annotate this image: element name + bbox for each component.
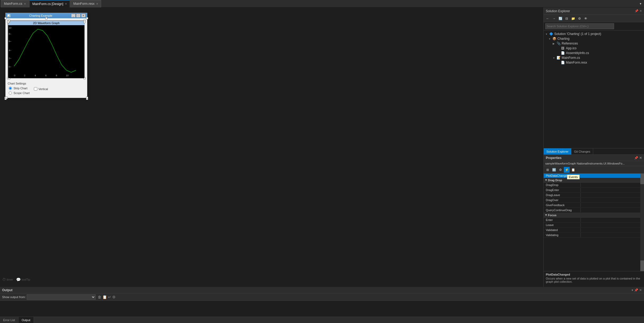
prop-leave[interactable]: Leave: [544, 223, 644, 228]
prop-validated[interactable]: Validated: [544, 228, 644, 233]
form-maximize-button[interactable]: □: [76, 14, 80, 17]
prop-dragover[interactable]: DragOver: [544, 198, 644, 203]
tab-error-list[interactable]: Error List: [0, 317, 19, 323]
se-show-all-files-button[interactable]: 📁: [570, 16, 576, 21]
tab-mainform-resx-close[interactable]: ✕: [96, 2, 98, 5]
tab-mainform-cs-design-close[interactable]: ✕: [65, 2, 67, 5]
tree-references[interactable]: ▶ 📎 References: [544, 41, 644, 46]
se-properties-button[interactable]: ⚙: [577, 16, 582, 21]
designer-area: 📊 Charting Example _ □ ✕: [0, 7, 543, 287]
prop-givefeedback[interactable]: GiveFeedback: [544, 203, 644, 208]
tab-dropdown-arrow[interactable]: ▾: [638, 2, 643, 6]
tab-mainform-cs-close[interactable]: ✕: [24, 2, 26, 5]
resize-handle-tr[interactable]: [86, 17, 88, 19]
tab-mainform-resx[interactable]: MainForm.resx ✕: [70, 0, 101, 7]
output-settings-button[interactable]: ⚙: [112, 295, 116, 299]
resize-handle-tl[interactable]: [4, 17, 7, 19]
chart-resize-mr[interactable]: [83, 21, 85, 23]
se-forward-button[interactable]: →: [551, 16, 557, 21]
se-tab-solution-explorer[interactable]: Solution Explorer: [544, 148, 571, 154]
props-scrollbar-thumb-bottom[interactable]: [640, 260, 644, 271]
output-close-icon[interactable]: ✕: [639, 288, 642, 292]
props-pages-button[interactable]: 📋: [570, 167, 576, 173]
properties-list: PlotDataChanged ▾ Drag Drop DragDrop Dra…: [544, 174, 644, 271]
timer-component[interactable]: ⏱ timer: [2, 277, 13, 282]
resize-handle-tm[interactable]: [45, 17, 47, 19]
se-refresh-button[interactable]: 🔄: [557, 16, 563, 21]
strip-chart-label: Strip Chart: [13, 87, 28, 90]
prop-querycontinuedrag[interactable]: QueryContinueDrag: [544, 208, 644, 213]
prop-validated-value: [581, 229, 644, 231]
form-window: 📊 Charting Example _ □ ✕: [5, 13, 87, 98]
prop-enter[interactable]: Enter: [544, 218, 644, 223]
props-properties-button[interactable]: ⚙: [557, 167, 563, 173]
references-icon: 📎: [556, 42, 561, 45]
prop-dragleave[interactable]: DragLeave: [544, 193, 644, 198]
tree-project[interactable]: ▾ 📦 Charting: [544, 36, 644, 41]
se-preview-button[interactable]: 👁: [583, 16, 589, 21]
prop-dragenter-name: DragEnter: [544, 188, 581, 192]
tree-mainform-cs[interactable]: ▾ 📝 MainForm.cs: [544, 55, 644, 60]
se-pin-icon[interactable]: 📌: [635, 9, 638, 13]
form-minimize-button[interactable]: _: [71, 14, 75, 17]
tab-bar: MainForm.cs ✕ MainForm.cs [Design] ✕ Mai…: [0, 0, 644, 7]
tab-mainform-cs-design[interactable]: MainForm.cs [Design] ✕: [29, 0, 70, 7]
prop-validating[interactable]: Validating: [544, 233, 644, 238]
se-back-button[interactable]: ←: [545, 16, 551, 21]
props-scrollbar-track: [640, 174, 644, 271]
tab-mainform-cs[interactable]: MainForm.cs ✕: [1, 0, 29, 7]
mainformresx-icon: 📄: [561, 61, 565, 64]
tree-mainform-cs-expand: ▾: [552, 56, 555, 59]
output-title: Output: [2, 288, 12, 292]
se-close-icon[interactable]: ✕: [640, 9, 642, 13]
form-resize-bm[interactable]: [6, 97, 8, 99]
events-tooltip: Events: [567, 175, 580, 179]
scope-chart-radio[interactable]: [9, 91, 12, 95]
chart-title-text: 2D Waveform Graph: [33, 21, 60, 25]
props-close-icon[interactable]: ✕: [639, 156, 642, 160]
prop-dragdrop[interactable]: DragDrop: [544, 183, 644, 188]
focus-group-header[interactable]: ▾ Focus: [544, 213, 644, 218]
se-collapse-button[interactable]: ⊟: [564, 16, 570, 21]
tooltip-component[interactable]: 💬 toolTip: [16, 277, 30, 282]
strip-chart-radio[interactable]: [9, 87, 12, 90]
drag-drop-group-header[interactable]: ▾ Drag Drop: [544, 178, 644, 183]
tree-solution[interactable]: ▾ 🔷 Solution 'Charting' (1 of 1 project): [544, 32, 644, 36]
properties-selected-item-label: PlotDataChanged: [546, 174, 569, 177]
form-close-button[interactable]: ✕: [81, 14, 85, 17]
word-wrap-button[interactable]: ↵: [108, 295, 111, 299]
output-section: Output ▾ 📌 ✕ Show output from: 🗑 📋 ↵ ⚙: [0, 287, 644, 317]
appico-icon: 🖼: [561, 46, 565, 50]
props-scrollbar-thumb-top[interactable]: [640, 174, 644, 184]
tree-appico[interactable]: 🖼 App.ico: [544, 46, 644, 51]
props-events-button[interactable]: ⚡: [564, 167, 570, 173]
clear-output-button[interactable]: 🗑: [98, 295, 101, 299]
output-collapse-icon[interactable]: ▾: [632, 288, 633, 292]
properties-selected-item[interactable]: PlotDataChanged: [544, 174, 644, 178]
prop-dragenter[interactable]: DragEnter: [544, 188, 644, 193]
props-categorized-button[interactable]: ⊞: [545, 167, 551, 173]
prop-validated-name: Validated: [544, 228, 581, 232]
se-tab-git-changes[interactable]: Git Changes: [571, 148, 593, 154]
timer-label: timer: [7, 278, 13, 281]
se-tab-solution-explorer-label: Solution Explorer: [546, 150, 569, 153]
tab-output[interactable]: Output: [19, 317, 34, 323]
tree-assemblyinfo[interactable]: 📄 AssemblyInfo.cs: [544, 51, 644, 55]
solution-explorer-search[interactable]: [545, 23, 614, 29]
vertical-checkbox[interactable]: [34, 87, 37, 91]
prop-dragover-value: [581, 200, 644, 201]
properties-object-label: sampleWaveformGraph NationalInstruments.…: [544, 161, 644, 166]
output-source-dropdown[interactable]: [27, 294, 96, 300]
tab-mainform-cs-design-label: MainForm.cs [Design]: [32, 2, 63, 6]
chart-resize-ml[interactable]: [7, 21, 9, 23]
form-resize-br[interactable]: [86, 97, 88, 99]
props-alphabetical-button[interactable]: 🔤: [551, 167, 557, 173]
tree-mainform-resx[interactable]: 📄 MainForm.resx: [544, 60, 644, 65]
prop-leave-name: Leave: [544, 223, 581, 227]
properties-panel: Properties 📌 ✕ sampleWaveformGraph Natio…: [544, 154, 644, 287]
props-pin-icon[interactable]: 📌: [634, 156, 638, 160]
copy-output-button[interactable]: 📋: [102, 295, 107, 299]
vertical-label: Vertical: [38, 87, 48, 91]
properties-header-controls: 📌 ✕: [634, 156, 642, 160]
output-pin-icon[interactable]: 📌: [634, 288, 638, 292]
